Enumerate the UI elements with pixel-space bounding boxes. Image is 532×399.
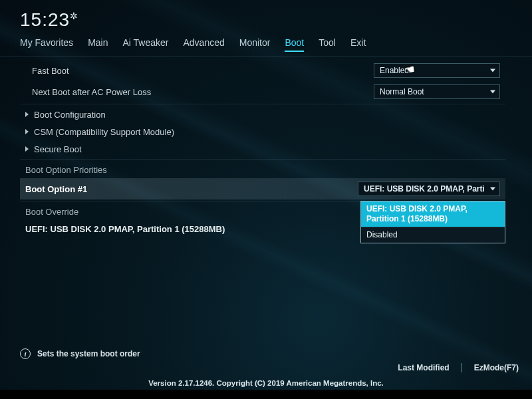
chevron-right-icon [25, 146, 29, 152]
tab-my-favorites[interactable]: My Favorites [20, 37, 73, 52]
chevron-right-icon [25, 129, 29, 134]
boot-configuration-row[interactable]: Boot Configuration [20, 106, 505, 123]
help-bar: i Sets the system boot order [20, 348, 140, 359]
boot-configuration-label: Boot Configuration [34, 110, 500, 120]
help-text: Sets the system boot order [37, 349, 140, 358]
boot-option-1-select[interactable]: UEFI: USB DISK 2.0 PMAP, Parti [358, 182, 500, 196]
tab-monitor[interactable]: Monitor [239, 37, 271, 52]
tab-main[interactable]: Main [88, 37, 108, 52]
bios-header: 15:23✲ [0, 0, 532, 31]
ezmode-link[interactable]: EzMode(F7) [474, 363, 519, 372]
footer-version: Version 2.17.1246. Copyright (C) 2019 Am… [0, 379, 532, 387]
clock: 15:23✲ [20, 9, 78, 31]
main-tabs: My Favorites Main Ai Tweaker Advanced Mo… [0, 31, 532, 57]
boot-priorities-header: Boot Option Priorities [20, 161, 505, 178]
chevron-right-icon [25, 112, 29, 117]
info-icon: i [20, 348, 31, 359]
fast-boot-label: Fast Boot [32, 66, 374, 76]
dropdown-option-uefi-usb[interactable]: UEFI: USB DISK 2.0 PMAP, Partition 1 (15… [361, 201, 505, 227]
clock-gear-icon: ✲ [70, 11, 78, 21]
monitor-bezel [0, 390, 532, 399]
boot-option-1-row[interactable]: Boot Option #1 UEFI: USB DISK 2.0 PMAP, … [20, 178, 505, 200]
tab-boot[interactable]: Boot [285, 37, 304, 52]
tab-exit[interactable]: Exit [350, 37, 366, 52]
next-boot-row[interactable]: Next Boot after AC Power Loss Normal Boo… [20, 81, 505, 102]
boot-option-1-dropdown[interactable]: UEFI: USB DISK 2.0 PMAP, Partition 1 (15… [360, 201, 505, 243]
fast-boot-row[interactable]: Fast Boot Enabled [20, 60, 505, 81]
fast-boot-select[interactable]: Enabled [374, 63, 500, 78]
footer-shortcuts: Last Modified EzMode(F7) [398, 363, 519, 372]
tab-tool[interactable]: Tool [319, 37, 336, 52]
tab-ai-tweaker[interactable]: Ai Tweaker [122, 37, 168, 52]
last-modified-link[interactable]: Last Modified [398, 363, 449, 372]
next-boot-select[interactable]: Normal Boot [374, 84, 500, 99]
secure-boot-row[interactable]: Secure Boot [20, 140, 505, 158]
boot-option-1-label: Boot Option #1 [25, 184, 358, 194]
csm-row[interactable]: CSM (Compatibility Support Module) [20, 123, 505, 140]
dropdown-option-disabled[interactable]: Disabled [361, 227, 505, 243]
boot-priorities-label: Boot Option Priorities [25, 165, 500, 175]
secure-boot-label: Secure Boot [34, 144, 500, 154]
boot-panel: Fast Boot Enabled Next Boot after AC Pow… [20, 60, 505, 366]
csm-label: CSM (Compatibility Support Module) [34, 127, 500, 137]
tab-advanced[interactable]: Advanced [183, 37, 224, 52]
clock-time: 15:23 [20, 9, 70, 30]
next-boot-label: Next Boot after AC Power Loss [32, 87, 374, 97]
